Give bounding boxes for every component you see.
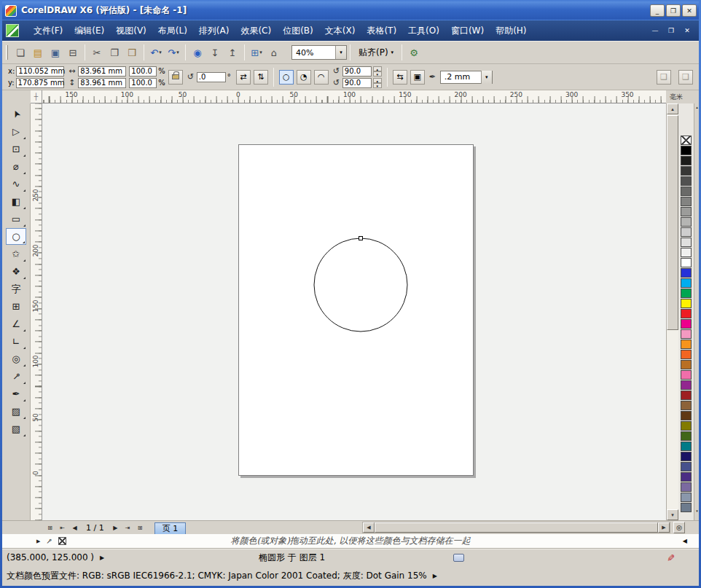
color-swatch[interactable] [681,431,692,441]
table-tool[interactable]: ⊞ [6,298,26,315]
color-swatch[interactable] [681,289,692,298]
color-swatch[interactable] [681,227,692,237]
y-position-field[interactable]: 170.875 mm [16,78,64,88]
rotation-angle-field[interactable]: .0 [197,72,226,82]
redo-button[interactable]: ↷▾ [165,44,182,61]
insert-page-button[interactable]: ⊞ [135,522,146,533]
menu-item-view[interactable]: 视图(V) [110,20,152,41]
add-page-button[interactable]: ⊞ [44,522,55,533]
copy-button[interactable]: ❐ [106,44,123,61]
horizontal-scroll-thumb[interactable] [375,522,658,533]
eyedropper-tool[interactable]: ⊸ [6,368,26,385]
color-swatch[interactable] [681,166,692,176]
text-tool[interactable]: 字 [6,281,26,297]
ruler-origin[interactable]: ┼ [31,90,42,103]
color-swatch[interactable] [681,268,692,278]
color-swatch[interactable] [681,187,692,196]
save-button[interactable]: ▣ [47,44,64,61]
color-swatch[interactable] [681,482,692,492]
scale-y-field[interactable]: 100.0 [129,78,157,88]
zoom-dropdown-button[interactable]: ▾ [335,46,346,59]
ellipse-mode-button[interactable]: ○ [279,70,294,85]
color-swatch[interactable] [681,238,692,247]
spin-up-icon[interactable]: ▴ [373,66,382,71]
menu-item-arrange[interactable]: 排列(A) [193,20,235,41]
menu-item-effects[interactable]: 效果(C) [235,20,277,41]
document-close-button[interactable]: ✕ [681,27,693,34]
coords-flyout-icon[interactable]: ▶ [100,554,104,561]
rectangle-tool[interactable]: ▭ [6,211,26,227]
crop-tool[interactable]: ⊡ [6,141,26,157]
scroll-left-button[interactable]: ◀ [363,522,375,533]
scale-x-field[interactable]: 100.0 [129,66,157,77]
color-swatch[interactable] [681,411,692,420]
pie-mode-button[interactable]: ◔ [297,70,311,85]
spin-down-icon[interactable]: ▾ [373,83,382,88]
color-swatch[interactable] [681,421,692,431]
outline-width-combo[interactable]: .2 mm ▾ [440,71,493,84]
color-swatch[interactable] [681,207,692,216]
print-button[interactable]: ⊟ [64,44,82,61]
color-swatch[interactable] [681,309,692,318]
menu-item-bitmaps[interactable]: 位图(B) [277,20,319,41]
drawing-canvas[interactable] [42,103,666,520]
document-minimize-button[interactable]: — [649,27,661,34]
menu-item-tools[interactable]: 工具(O) [402,20,445,41]
spin-up-icon[interactable]: ▴ [373,78,382,83]
color-swatch[interactable] [681,380,692,390]
document-restore-button[interactable]: ❐ [665,27,677,34]
color-swatch[interactable] [681,452,692,461]
color-swatch[interactable] [681,299,692,308]
snap-to-dropdown[interactable]: 贴齐(P) ▾ [353,44,399,60]
menu-item-window[interactable]: 窗口(W) [445,20,490,41]
page-tab-1[interactable]: 页 1 [154,522,187,534]
color-swatch[interactable] [681,462,692,471]
fill-tool[interactable]: ▨ [6,403,26,420]
toolbar-grip[interactable] [6,45,8,60]
export-button[interactable]: ↥ [224,44,241,61]
color-swatch[interactable] [681,493,692,502]
color-swatch[interactable] [681,360,692,369]
welcome-screen-button[interactable]: ⌂ [265,44,283,61]
drawn-ellipse[interactable] [314,238,407,332]
lock-ratio-button[interactable] [168,70,183,85]
mirror-horizontal-button[interactable]: ⇄ [236,70,251,85]
menu-item-help[interactable]: 帮助(H) [490,20,532,41]
next-page-button[interactable]: ▶ [110,522,121,533]
color-swatch[interactable] [681,217,692,227]
no-color-swatch[interactable] [681,136,692,145]
color-swatch[interactable] [681,197,692,206]
profile-flyout-icon[interactable]: ▶ [433,573,437,579]
color-swatch[interactable] [681,350,692,359]
horizontal-ruler[interactable]: 15010050050100150200250300350 [42,90,666,103]
arc-mode-button[interactable]: ◠ [314,70,329,85]
color-swatch[interactable] [681,391,692,400]
freehand-tool[interactable]: ∿ [6,176,26,192]
zoom-to-page-button[interactable]: ◎ [673,522,685,533]
close-curve-button[interactable]: ❑ [678,70,693,85]
scroll-down-button[interactable]: ▾ [667,509,678,520]
start-angle-spinner[interactable]: ▴ ▾ [373,66,382,77]
color-swatch[interactable] [681,156,692,165]
menu-item-edit[interactable]: 编辑(E) [68,20,110,41]
scroll-right-button[interactable]: ▶ [658,522,670,533]
object-height-field[interactable]: 83.961 mm [78,78,126,88]
menu-item-text[interactable]: 文本(X) [319,20,361,41]
outline-width-dropdown[interactable]: ▾ [481,71,492,84]
vertical-ruler[interactable]: 25020015010050050 [31,103,42,520]
convert-to-curve-button[interactable]: ❑ [657,70,671,85]
horizontal-scrollbar[interactable]: ◀ ▶ [362,522,670,533]
menu-item-layout[interactable]: 布局(L) [152,20,193,41]
outline-pen-tool[interactable]: ✒ [6,385,26,402]
menu-item-file[interactable]: 文件(F) [28,20,68,41]
new-document-button[interactable]: ❏ [12,44,29,61]
close-button[interactable]: ✕ [682,4,697,17]
ellipse-tool[interactable]: ○ [6,228,26,245]
title-bar[interactable]: CorelDRAW X6 (评估版) - [未命名 -1] _❐✕ [2,1,699,20]
menu-item-table[interactable]: 表格(T) [361,20,402,41]
vertical-scrollbar[interactable]: ▴ ▾ [666,103,678,520]
change-direction-button[interactable]: ⇆ [393,70,407,85]
blend-tool[interactable]: ◎ [6,350,26,367]
color-swatch[interactable] [681,329,692,339]
color-swatch[interactable] [681,176,692,186]
